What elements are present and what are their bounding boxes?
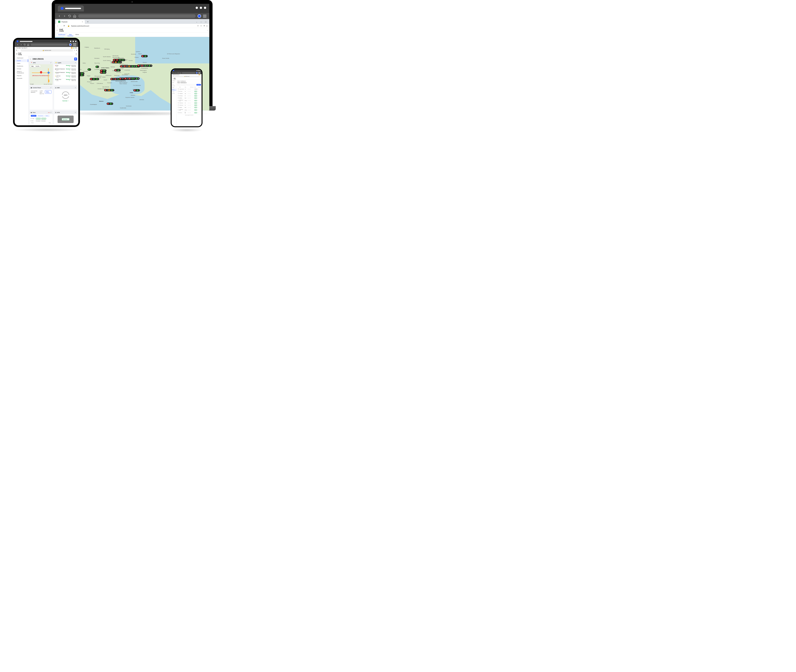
sidebar-item[interactable]: ▫ Dashboard	[14, 57, 28, 59]
sidebar-item[interactable]: ▫ Assets	[14, 59, 28, 62]
expand-icon[interactable]: ⤢	[50, 112, 51, 113]
expand-icon[interactable]: ⤢	[50, 62, 51, 64]
sidebar-item[interactable]: Dashboard	[172, 80, 177, 82]
sidebar-item[interactable]: Geofences	[172, 85, 177, 87]
back-icon[interactable]	[16, 43, 19, 46]
trigger-source-filter[interactable]	[187, 84, 196, 85]
table-row[interactable]: ABS AlertBrake∨∨∨Active⋯	[178, 106, 201, 108]
tire-tab[interactable]: Battery	[45, 115, 50, 117]
sidebar-item[interactable]: Alerts & Notifications	[172, 89, 177, 91]
share-icon[interactable]: ⇧	[197, 25, 199, 27]
sidebar-item[interactable]: Users	[172, 83, 177, 85]
profile-avatar[interactable]	[69, 43, 72, 46]
url-text[interactable]: fus1on.com/dashboard	[71, 25, 196, 27]
profile-avatar[interactable]	[197, 14, 201, 18]
brand-logo[interactable]: roadready	[18, 53, 22, 55]
device-icon[interactable]: ▯	[200, 78, 201, 79]
back-icon[interactable]	[58, 14, 61, 18]
row-checkbox[interactable]	[178, 102, 179, 103]
row-checkbox[interactable]	[178, 98, 179, 98]
extensions-icon[interactable]: ✦	[204, 25, 205, 27]
star-icon[interactable]: ☆	[200, 25, 202, 27]
table-row[interactable]: Blue LineBlue Line∨∨∨Active⋯	[178, 111, 201, 114]
panel-toggle-icon[interactable]: ▫	[207, 29, 208, 31]
expand-icon[interactable]: ⤢	[75, 62, 76, 64]
sidebar-item[interactable]: ▫ Reports	[14, 74, 28, 77]
expand-icon[interactable]: ⤢	[75, 112, 76, 113]
address-bar[interactable]	[30, 43, 68, 46]
menu-icon[interactable]	[203, 15, 207, 18]
expand-icon[interactable]: ⤢	[75, 87, 76, 88]
alert-name-filter[interactable]	[177, 84, 186, 85]
map-cluster[interactable]: ●1	[96, 66, 99, 68]
inner-back-icon[interactable]: ←	[57, 25, 59, 27]
table-row[interactable]: SKF Bearing AlertBearing∨∨∨Active⋯	[178, 99, 201, 102]
forward-icon[interactable]	[63, 14, 66, 18]
address-bar[interactable]	[78, 14, 196, 18]
address-bar[interactable]	[182, 72, 195, 74]
aa-icon[interactable]: AA	[173, 76, 174, 77]
share-icon[interactable]: ⇧	[74, 50, 75, 51]
table-header[interactable]: Type	[185, 86, 188, 88]
table-header[interactable]	[188, 86, 188, 88]
sidebar-item[interactable]: ▫ Users	[14, 62, 28, 65]
maximize-icon[interactable]: ▢	[205, 21, 207, 23]
forward-icon[interactable]	[175, 72, 177, 74]
row-checkbox[interactable]	[178, 89, 179, 90]
inner-tab[interactable]: Fus1on ×	[56, 20, 85, 24]
brand-logo[interactable]: roadready	[59, 29, 64, 32]
tab-alerts[interactable]: Alerts	[74, 33, 80, 36]
table-row[interactable]: AF InflationTire∨∨∨Active⋯	[178, 95, 201, 97]
sidebar-item[interactable]: ▫ Accounts	[14, 77, 28, 80]
table-row[interactable]: SKF Bearing AlertBearing∨∨∨Active⋯	[178, 109, 201, 111]
sidebar-item[interactable]: ▫ Geofences	[14, 65, 28, 67]
map-cluster[interactable]: ●1 ●1	[107, 102, 113, 105]
forward-icon[interactable]: ›	[19, 50, 20, 51]
menu-icon[interactable]	[198, 72, 200, 74]
safari-url[interactable]: 🔒 fus1on.com	[21, 49, 73, 51]
gps-map[interactable]: MapSatellite 1200 Ameron Rd, Burkburnett…	[29, 64, 53, 85]
browser-tab-active[interactable]	[58, 5, 84, 11]
brand-logo[interactable]: roadready	[174, 78, 176, 79]
profile-avatar[interactable]	[196, 72, 197, 74]
hamburger-icon[interactable]: ≡	[16, 53, 18, 55]
home-icon[interactable]	[27, 43, 29, 46]
pegman-icon[interactable]	[47, 79, 50, 82]
table-row[interactable]: ABS AlertBrake∨∨∨Active⋯	[178, 97, 201, 99]
back-icon[interactable]: ‹	[18, 50, 18, 51]
tabs-icon[interactable]: ⊞	[76, 50, 77, 51]
chevron-down-icon[interactable]: ⌄	[196, 21, 197, 23]
home-icon[interactable]	[180, 72, 181, 74]
row-checkbox[interactable]	[178, 109, 179, 110]
table-row[interactable]: Trailer Test FailTire∨∨∨Inactive⋯	[178, 88, 201, 90]
table-header[interactable]: Alert	[179, 86, 184, 88]
breadcrumb[interactable]: Alerts / Notifications	[177, 81, 186, 82]
hamburger-icon[interactable]: ≡	[172, 78, 173, 79]
table-row[interactable]: LIGHT AlertLight∨∨∨Active⋯	[178, 93, 201, 94]
search-button[interactable]: Search	[196, 84, 201, 86]
asset-history-button[interactable]: Asset History	[45, 90, 51, 94]
reload-icon[interactable]	[68, 14, 71, 18]
back-icon[interactable]	[173, 72, 174, 74]
table-header[interactable]: Actions	[198, 86, 201, 88]
sidebar-item[interactable]: Assets	[172, 82, 177, 83]
table-row[interactable]: PSI End LowTire∨∨∨Active⋯	[178, 104, 201, 106]
row-checkbox[interactable]	[178, 112, 179, 113]
table-row[interactable]: AF Trailer+Tire∨∨∨Active⋯	[178, 90, 201, 92]
map-cluster[interactable]: ●31 ●92 ●27 ●88	[124, 77, 140, 80]
refresh-button[interactable]: ⟳	[74, 58, 77, 61]
sidebar-item[interactable]: ▫ Groups	[14, 67, 28, 70]
tire-tab[interactable]: Pressure	[31, 115, 37, 117]
table-header[interactable]	[189, 86, 189, 88]
expand-icon[interactable]: ⤢	[50, 87, 51, 88]
window-controls[interactable]	[196, 7, 206, 9]
row-checkbox[interactable]	[178, 107, 179, 108]
reload-icon[interactable]: ⟳	[200, 76, 201, 77]
hamburger-icon[interactable]: ≡	[56, 29, 58, 31]
row-checkbox[interactable]	[178, 91, 179, 92]
table-row[interactable]: PSI End LowTire∨∨∨Active⋯	[178, 102, 201, 104]
back-arrow-icon[interactable]: ←	[30, 58, 32, 60]
forward-icon[interactable]	[20, 43, 22, 46]
device-icon[interactable]: ▯	[75, 52, 77, 55]
map-cluster[interactable]: ●1 ●1	[141, 55, 148, 57]
